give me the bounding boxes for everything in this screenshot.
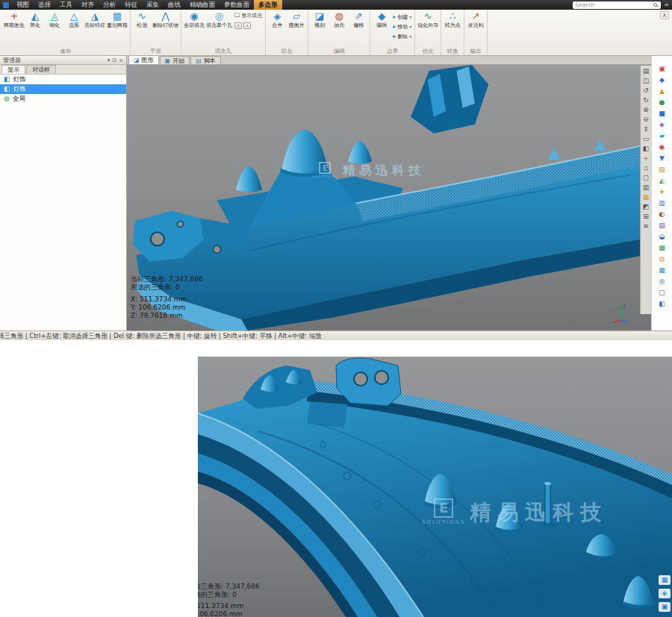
menu-tab-exact-surfaces[interactable]: 精确曲面 [185,0,220,10]
tree-item-lamp-group[interactable]: ◧灯饰 [0,75,126,84]
menu-tab-polygons[interactable]: 多边形 [254,0,282,10]
search-box[interactable]: Search [573,1,661,9]
right-toolbar-icon[interactable]: ▣ [656,64,668,74]
menu-tab-capture[interactable]: 采集 [142,0,164,10]
prev-hole-button[interactable]: ‹ [234,22,242,29]
right-toolbar-icon[interactable]: ◆ [656,75,668,85]
tree-item-lamp[interactable]: ◧灯饰 [0,84,126,94]
menu-extra-icon[interactable]: ≡ [664,1,669,8]
remove-spikes-button[interactable]: ⋀删除钉状物 [152,10,179,28]
manager-tab-display[interactable]: 显示 [1,65,25,74]
ribbon-button-label: 网格医生 [4,22,25,28]
show-fill-checkbox[interactable]: ☐显示填充 [234,12,262,19]
manager-tabs: 显示对话框 [0,65,126,75]
viewport-tool-icon[interactable]: ⊞ [641,212,651,222]
boundary-move-button[interactable]: ▸移动▾ [391,22,413,31]
menu-tab-align[interactable]: 对齐 [77,0,99,10]
viewport-tool-icon[interactable]: ◩ [641,202,651,212]
detail-toolbar-icon[interactable]: ▦ [659,575,671,585]
menu-tab-parametric-surfaces[interactable]: 参数曲面 [220,0,254,10]
right-toolbar-icon[interactable]: ▲ [656,87,668,96]
boundary-delete-button[interactable]: ▸删除▾ [391,31,413,41]
right-toolbar-icon[interactable]: ◈ [656,120,668,130]
viewport-tool-icon[interactable]: ⊖ [641,115,651,125]
defeature-button[interactable]: ◮去除特征 [84,10,106,28]
menu-tab-tools[interactable]: 工具 [55,0,77,10]
panel-close-icon[interactable]: × [119,57,123,63]
detail-toolbar-icon[interactable]: ▣ [659,602,671,612]
viewport-tab-start[interactable]: ▣开始 [160,56,190,64]
viewport-tool-icon[interactable]: ⊕ [641,105,651,115]
relax-button[interactable]: ∿松弛 [132,10,152,28]
right-toolbar-icon[interactable]: ▧ [656,165,668,175]
viewport-tool-icon[interactable]: ▦ [641,192,651,202]
menu-tab-analyze[interactable]: 分析 [99,0,120,10]
right-toolbar-icon[interactable]: ▩ [656,243,668,253]
viewport-tool-icon[interactable]: ↺ [641,86,651,95]
right-toolbar-icon[interactable]: ▰ [656,131,668,141]
panel-pin-icon[interactable]: ⊡ [112,57,116,63]
right-toolbar-icon[interactable]: ▢ [656,288,668,298]
viewport-3d[interactable]: E SOLUTIONS 精易迅科技 当前三角形: 7,347,686 所选的三角… [127,65,651,331]
viewport-tool-icon[interactable]: + [641,154,651,163]
right-toolbar-icon[interactable]: ◐ [656,210,668,219]
status-bar: 左键: 选择三角形 | Ctrl+左键: 取消选择三角形 | Del 键: 删除… [0,331,672,340]
right-toolbar-icon[interactable]: ◒ [656,232,668,242]
right-toolbar-icon[interactable]: ◎ [656,277,668,286]
menu-tab-select[interactable]: 选择 [34,0,55,10]
right-toolbar-icon[interactable]: ◉ [656,142,668,152]
viewport-tool-icon[interactable]: ≡ [641,222,651,231]
menu-tabs: 视图选择工具对齐分析特征采集曲线精确曲面参数曲面多边形 [12,0,282,10]
right-toolbar-icon[interactable]: ★ [656,187,668,197]
sculpt-button[interactable]: ◪雕刻 [310,10,329,28]
merge-button[interactable]: ◈合并 [267,10,287,28]
detail-toolbar-icon[interactable]: ◈ [659,589,671,598]
shell-button[interactable]: ◍抽壳 [329,10,349,28]
viewport-tool-icon[interactable]: ◫ [641,76,651,86]
app-icon[interactable] [3,2,9,8]
boundary-edit-button[interactable]: ◆ 编辑 [372,10,391,28]
manifold-button[interactable]: △流形 [64,10,84,28]
tree-item-global[interactable]: ◍全局 [0,94,126,104]
right-toolbar-icon[interactable]: ◍ [656,254,668,264]
ribbon-button-label: 删除 [397,33,408,40]
right-toolbar-icon[interactable]: ◭ [656,176,668,186]
viewport-tool-icon[interactable]: ⇕ [641,125,651,134]
right-toolbar-icon[interactable]: ▦ [656,266,668,275]
patch-button[interactable]: ▱曲面片 [287,10,306,28]
viewport-tool-icon[interactable]: ↻ [641,95,651,105]
boundary-create-button[interactable]: ▸创建▾ [391,12,413,22]
right-toolbar-icon[interactable]: ● [656,98,668,107]
refine-button[interactable]: ◬细化 [45,10,64,28]
simplify-button[interactable]: ◭简化 [25,10,45,28]
right-toolbar-icon[interactable]: ◧ [656,299,668,309]
right-toolbar-icon[interactable]: ▥ [656,198,668,208]
ribbon-tool-icon: ▸ [393,33,396,40]
viewport-tool-icon[interactable]: ▭ [641,134,651,144]
sharpen-wizard-button[interactable]: ∿锐化向导 [417,10,439,28]
mesh-doctor-button[interactable]: +网格医生 [3,10,25,28]
remesh-button[interactable]: ▦重划网格 [106,10,128,28]
right-toolbar-icon[interactable]: ▨ [656,221,668,231]
offset-button[interactable]: ⇗偏移 [349,10,368,28]
fill-single-button[interactable]: ◎填充单个孔 [205,10,233,28]
menu-tab-curves[interactable]: 曲线 [164,0,185,10]
next-hole-button[interactable]: › [243,22,251,29]
ribbon-collapse-button[interactable]: ∧ [660,11,669,19]
convert-to-points-button[interactable]: ∴转为点 [443,10,462,28]
right-toolbar-icon[interactable]: ■ [656,109,668,119]
right-toolbar-icon[interactable]: ▼ [656,154,668,163]
viewport-tool-icon[interactable]: ◻ [641,173,651,183]
viewport-tab-graphics[interactable]: ◪图形 [128,55,159,64]
viewport-tool-icon[interactable]: ◧ [641,144,651,154]
menu-tab-features[interactable]: 特征 [120,0,142,10]
viewport-tab-script[interactable]: ▤脚本 [190,56,221,64]
viewport-tool-icon[interactable]: ▫ [641,163,651,173]
send-to-button[interactable]: ↗发送到 [466,10,485,28]
panel-menu-icon[interactable]: ▾ [108,57,111,63]
viewport-tool-icon[interactable]: ▥ [641,183,651,192]
fill-all-button[interactable]: ◉全部填充 [183,10,205,28]
viewport-tool-icon[interactable]: ▤ [641,66,651,76]
manager-tab-dialogs[interactable]: 对话框 [26,65,56,74]
menu-tab-view[interactable]: 视图 [12,0,34,10]
